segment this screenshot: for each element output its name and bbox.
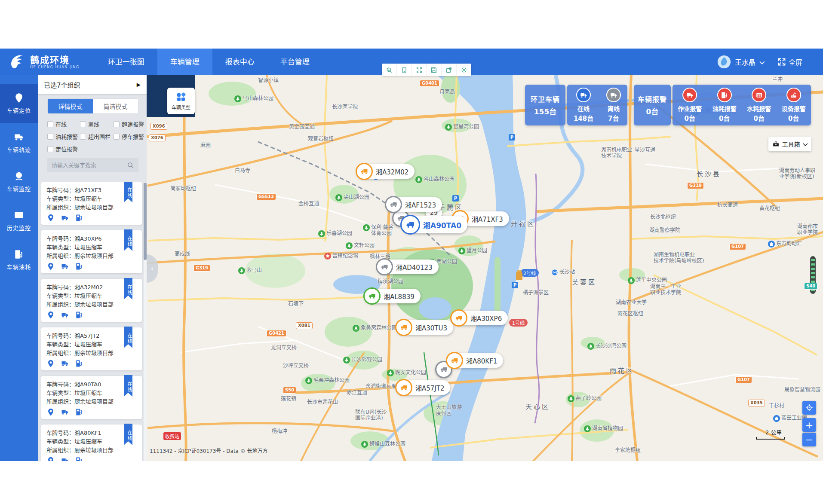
chevron-down-icon[interactable] [759, 60, 765, 64]
track-history-icon[interactable] [61, 262, 69, 271]
fuel-icon[interactable] [75, 408, 83, 416]
checkbox-icon[interactable] [114, 134, 120, 140]
tab-1[interactable]: 详情模式 [48, 99, 93, 113]
vehicle-marker[interactable]: 湘AL8839 [365, 289, 421, 303]
track-location-icon[interactable] [46, 408, 55, 416]
vehicle-marker[interactable]: 湘A30TU3 [396, 320, 453, 335]
tree-pin-icon [361, 441, 368, 448]
fuel-icon[interactable] [75, 359, 83, 368]
org-expand-arrow[interactable]: ▶ [137, 82, 141, 88]
sidebar-item-1[interactable]: 车辆定位 [0, 84, 38, 123]
track-location-icon[interactable] [46, 311, 55, 319]
track-history-icon[interactable] [61, 359, 69, 368]
toolbox-icon [772, 141, 780, 148]
vehicle-marker[interactable]: 湘AF1523 [386, 197, 442, 212]
map-label: 收费站 [163, 432, 181, 440]
vehicle-type: 车辆类型：垃圾压缩车 [46, 437, 137, 446]
search-input[interactable] [52, 162, 127, 168]
checkbox-icon[interactable] [47, 121, 53, 127]
track-history-icon[interactable] [61, 408, 69, 416]
track-location-icon[interactable] [46, 456, 55, 461]
crane-logo-icon [8, 52, 27, 71]
marker-plate: 湘A80KF1 [466, 356, 497, 365]
track-history-icon[interactable] [61, 456, 69, 461]
alarm-label: 油耗报警 [712, 104, 737, 113]
filter-4[interactable]: 油耗报警 [47, 132, 80, 141]
track-location-icon[interactable] [46, 214, 55, 222]
sidebar-item-5[interactable]: 车辆油耗 [0, 240, 38, 279]
vehicle-card[interactable]: 车牌号码：湘A71XF3车辆类型：垃圾压缩车所属组织：厨余垃圾项目部在线 [41, 182, 142, 225]
track-location-icon[interactable] [46, 262, 55, 271]
tab-2[interactable]: 简洁模式 [93, 99, 138, 113]
nav-item-3[interactable]: 报表中心 [212, 49, 267, 75]
tree-pin-icon [458, 247, 465, 254]
top-right-area: 王水晶 全屏 [717, 55, 802, 69]
vehicle-marker[interactable]: 湘A57JT2 [396, 380, 450, 395]
filter-3[interactable]: 超速报警 [114, 120, 150, 128]
filter-label: 停车报警 [122, 132, 144, 141]
map-label: 乐喜湖公园 [318, 230, 352, 237]
fuel-icon[interactable] [75, 311, 83, 319]
vehicle-marker[interactable]: 湘AD40123 [377, 260, 439, 274]
list-scrollbar-thumb[interactable] [144, 183, 147, 260]
vehicle-card[interactable]: 车牌号码：湘A90TA0车辆类型：垃圾压缩车所属组织：厨余垃圾项目部在线 [41, 376, 142, 419]
settings-icon[interactable] [457, 64, 471, 76]
vehicle-marker[interactable]: 湘A90TA0 [402, 216, 467, 233]
map-label: 尖山湖公园 [335, 194, 369, 201]
vehicle-marker[interactable]: 湘A80KF1 [447, 353, 503, 368]
org-selector[interactable]: 已选7个组织 ▶ [38, 75, 147, 94]
track-location-icon[interactable] [46, 359, 55, 368]
track-history-icon[interactable] [61, 214, 69, 222]
filter-2[interactable]: 离线 [80, 120, 114, 128]
user-name[interactable]: 王水晶 [735, 57, 755, 67]
track-history-icon[interactable] [61, 311, 69, 319]
vehicle-card[interactable]: 车牌号码：湘A57JT2车辆类型：垃圾压缩车所属组织：厨余垃圾项目部在线 [41, 327, 142, 370]
checkbox-icon[interactable] [47, 134, 53, 140]
org-selected-label: 已选7个组织 [44, 80, 80, 89]
vehicle-card[interactable]: 车牌号码：湘A80KF1车辆类型：垃圾压缩车所属组织：厨余垃圾项目部在线 [41, 425, 142, 461]
filter-5[interactable]: 超出围栏 [80, 132, 114, 141]
expand-icon[interactable] [412, 64, 427, 76]
nav-item-4[interactable]: 平台管理 [267, 49, 322, 75]
locate-button[interactable] [802, 401, 816, 415]
fuel-icon[interactable] [75, 456, 83, 461]
alarm-label: 作业报警 [678, 104, 702, 113]
vehicle-card[interactable]: 车牌号码：湘A30XP6车辆类型：垃圾压缩车所属组织：厨余垃圾项目部在线 [41, 230, 142, 273]
area-search-icon[interactable] [382, 64, 397, 76]
avatar[interactable] [717, 55, 731, 69]
fuel-icon[interactable] [75, 214, 83, 222]
map-label: 智源小镇 [258, 77, 279, 83]
water-alarm-icon [752, 88, 766, 102]
map-label: 长沙沙湾公园 [587, 343, 626, 350]
nav-item-2[interactable]: 车辆管理 [157, 49, 212, 75]
truck-icon [385, 196, 402, 213]
sidebar-item-4[interactable]: 历史监控 [0, 201, 38, 240]
stat-offline: 离线 7台 [606, 88, 621, 122]
vehicle-marker[interactable]: 湘A32M02 [357, 164, 415, 179]
map-label: 天心区 [525, 404, 550, 410]
fuel-icon[interactable] [75, 262, 83, 271]
zoom-in-button[interactable]: + [802, 418, 816, 432]
vehicle-marker[interactable]: 湘A30XP6 [451, 311, 508, 325]
zoom-out-button[interactable]: − [802, 433, 816, 446]
vehicle-card[interactable]: 车牌号码：湘A32M02车辆类型：垃圾压缩车所属组织：厨余垃圾项目部在线 [41, 279, 142, 322]
filter-7[interactable]: 定位报警 [47, 145, 80, 153]
sidebar-item-2[interactable]: 车辆轨迹 [0, 123, 38, 162]
search-icon[interactable] [127, 162, 134, 169]
mobile-icon[interactable] [397, 64, 412, 76]
checkbox-icon[interactable] [80, 134, 86, 140]
export-icon[interactable] [442, 64, 457, 76]
checkbox-icon[interactable] [114, 121, 120, 127]
fullscreen-button[interactable]: 全屏 [777, 57, 802, 67]
filter-1[interactable]: 在线 [47, 120, 80, 128]
map-label: 湖南劳动人事职 业学院(新校区) [779, 168, 815, 180]
toolbox-button[interactable]: 工具箱 [768, 137, 811, 151]
checkbox-icon[interactable] [80, 121, 86, 127]
save-icon[interactable] [427, 64, 442, 76]
checkbox-icon[interactable] [47, 146, 53, 152]
vehicle-type-button[interactable]: 车辆类型 [167, 88, 195, 114]
nav-item-1[interactable]: 环卫一张图 [95, 49, 157, 75]
list-scrollbar-track[interactable] [144, 182, 147, 461]
sidebar-item-3[interactable]: 车辆监控 [0, 162, 38, 201]
filter-6[interactable]: 停车报警 [114, 132, 150, 141]
